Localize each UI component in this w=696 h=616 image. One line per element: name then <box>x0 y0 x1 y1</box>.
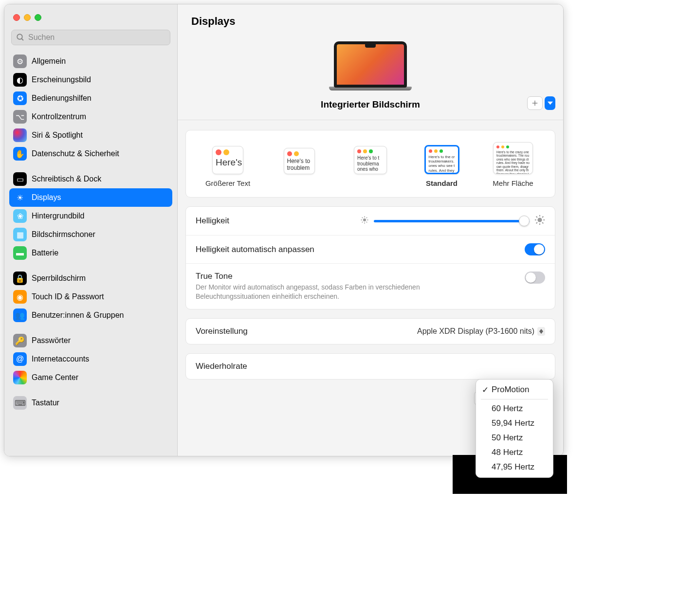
preset-panel: Voreinstellung Apple XDR Display (P3-160… <box>185 318 555 344</box>
refresh-option-5994[interactable]: 59,94 Hertz <box>476 416 553 431</box>
hintergrundbild-icon: ❀ <box>13 209 27 223</box>
brightness-high-icon <box>534 215 545 227</box>
svg-line-19 <box>542 217 543 217</box>
refresh-option-48[interactable]: 48 Hertz <box>476 445 553 460</box>
search-input[interactable] <box>11 30 170 45</box>
kontrollzentrum-icon: ⌥ <box>13 110 27 124</box>
sidebar-item-label: Game Center <box>32 373 78 382</box>
passw-rter-icon: 🔑 <box>13 334 27 347</box>
sidebar-item-label: Bildschirmschoner <box>32 230 95 239</box>
svg-line-18 <box>536 222 537 223</box>
sidebar-item-sperrbildschirm[interactable]: 🔒Sperrbildschirm <box>9 269 172 288</box>
sidebar-item-internetaccounts[interactable]: @Internetaccounts <box>9 350 172 368</box>
search-field <box>11 30 170 45</box>
sidebar-item-schreibtisch-dock[interactable]: ▭Schreibtisch & Dock <box>9 170 172 188</box>
laptop-illustration <box>329 41 412 92</box>
batterie-icon: ▬ <box>13 246 27 260</box>
sidebar-item-displays[interactable]: ☀Displays <box>9 188 172 207</box>
allgemein-icon: ⚙ <box>13 54 27 68</box>
resolution-option-3[interactable]: Here's to t troublema ones who <box>341 146 400 187</box>
sidebar-item-label: Hintergrundbild <box>32 212 85 220</box>
resolution-option-4[interactable]: Here's to the cr troublemakers. ones who… <box>413 145 471 187</box>
auto-brightness-toggle[interactable] <box>525 243 545 255</box>
sidebar-item-label: Batterie <box>32 249 58 257</box>
sperrbildschirm-icon: 🔒 <box>13 272 27 285</box>
add-display-button[interactable] <box>527 96 543 110</box>
touch-id-passwort-icon: ◉ <box>13 290 27 304</box>
sidebar-item-game-center[interactable]: Game Center <box>9 368 172 387</box>
truetone-row: True Tone Der Monitor wird automatisch a… <box>186 263 555 309</box>
benutzer-innen-gruppen-icon: 👥 <box>13 308 27 322</box>
sidebar-item-batterie[interactable]: ▬Batterie <box>9 244 172 262</box>
sidebar-item-touch-id-passwort[interactable]: ◉Touch ID & Passwort <box>9 288 172 306</box>
hero: Integrierter Bildschirm <box>178 33 563 120</box>
sidebar-item-bedienungshilfen[interactable]: ✪Bedienungshilfen <box>9 89 172 108</box>
fullscreen-icon[interactable] <box>35 14 41 21</box>
svg-point-11 <box>537 217 542 222</box>
sidebar-item-label: Erscheinungsbild <box>32 75 91 84</box>
svg-point-0 <box>17 34 22 39</box>
svg-line-9 <box>362 222 363 223</box>
brightness-panel: Helligkeit Helligkeit autom <box>185 206 555 309</box>
auto-brightness-row: Helligkeit automatisch anpassen <box>186 235 555 263</box>
refresh-option-60[interactable]: 60 Hertz <box>476 401 553 416</box>
sidebar-nav: ⚙Allgemein◐Erscheinungsbild✪Bedienungshi… <box>4 50 177 456</box>
bildschirmschoner-icon: ▦ <box>13 228 27 241</box>
refresh-row: Wiederholrate <box>186 354 555 379</box>
titlebar: Displays <box>178 4 563 33</box>
sidebar-item-kontrollzentrum[interactable]: ⌥Kontrollzentrum <box>9 108 172 126</box>
sidebar-item-erscheinungsbild[interactable]: ◐Erscheinungsbild <box>9 71 172 89</box>
brightness-slider[interactable] <box>374 220 530 222</box>
refresh-option-promotion[interactable]: ProMotion <box>476 382 553 397</box>
sidebar-item-label: Allgemein <box>32 57 66 66</box>
sidebar-item-label: Touch ID & Passwort <box>32 292 104 301</box>
settings-content: Here's Größerer Text Here's to troublem … <box>178 120 563 418</box>
tastatur-icon: ⌨ <box>13 396 27 410</box>
resolution-option-1[interactable]: Here's Größerer Text <box>199 146 257 187</box>
settings-window: ⚙Allgemein◐Erscheinungsbild✪Bedienungshi… <box>4 4 564 456</box>
search-icon <box>16 33 25 44</box>
sidebar-item-datenschutz-sicherheit[interactable]: ✋Datenschutz & Sicherheit <box>9 145 172 163</box>
sidebar-item-label: Benutzer:innen & Gruppen <box>32 311 124 320</box>
sidebar-item-passw-rter[interactable]: 🔑Passwörter <box>9 331 172 350</box>
bedienungshilfen-icon: ✪ <box>13 91 27 105</box>
preset-row: Voreinstellung Apple XDR Display (P3-160… <box>186 319 555 344</box>
internetaccounts-icon: @ <box>13 352 27 366</box>
svg-line-17 <box>542 222 543 223</box>
schreibtisch-dock-icon: ▭ <box>13 172 27 186</box>
window-controls <box>4 7 177 27</box>
svg-point-2 <box>363 218 366 221</box>
refresh-option-50[interactable]: 50 Hertz <box>476 431 553 445</box>
sidebar-item-label: Passwörter <box>32 336 71 345</box>
sidebar-item-label: Bedienungshilfen <box>32 94 92 103</box>
close-icon[interactable] <box>13 14 20 21</box>
sidebar-item-label: Internetaccounts <box>32 355 89 363</box>
sidebar-item-allgemein[interactable]: ⚙Allgemein <box>9 52 172 71</box>
sidebar-item-label: Siri & Spotlight <box>32 131 83 140</box>
sidebar-item-benutzer-innen-gruppen[interactable]: 👥Benutzer:innen & Gruppen <box>9 306 172 325</box>
brightness-row: Helligkeit <box>186 207 555 235</box>
truetone-toggle[interactable] <box>525 272 545 284</box>
sidebar-item-tastatur[interactable]: ⌨Tastatur <box>9 394 172 412</box>
sidebar-item-label: Schreibtisch & Dock <box>32 175 101 183</box>
sidebar-item-label: Sperrbildschirm <box>32 274 86 283</box>
sidebar-item-siri-spotlight[interactable]: Siri & Spotlight <box>9 126 172 145</box>
preset-select[interactable]: Apple XDR Display (P3-1600 nits) <box>417 327 545 336</box>
sidebar-item-hintergrundbild[interactable]: ❀Hintergrundbild <box>9 207 172 225</box>
resolution-option-5[interactable]: Here's to the crazy one troublemakers. T… <box>484 142 542 187</box>
display-name: Integrierter Bildschirm <box>321 99 420 110</box>
updown-icon <box>537 327 545 336</box>
sidebar-item-bildschirmschoner[interactable]: ▦Bildschirmschoner <box>9 225 172 244</box>
datenschutz-sicherheit-icon: ✋ <box>13 147 27 161</box>
svg-line-7 <box>362 217 363 218</box>
siri-spotlight-icon <box>13 128 27 142</box>
display-menu-button[interactable] <box>545 96 555 110</box>
sidebar-item-label: Displays <box>32 193 61 202</box>
refresh-option-4795[interactable]: 47,95 Hertz <box>476 460 553 474</box>
brightness-low-icon <box>360 216 369 226</box>
sidebar-item-label: Tastatur <box>32 399 59 407</box>
erscheinungsbild-icon: ◐ <box>13 73 27 87</box>
minimize-icon[interactable] <box>24 14 31 21</box>
refresh-rate-dropdown: ProMotion 60 Hertz 59,94 Hertz 50 Hertz … <box>476 379 553 478</box>
resolution-option-2[interactable]: Here's to troublem <box>270 148 329 187</box>
